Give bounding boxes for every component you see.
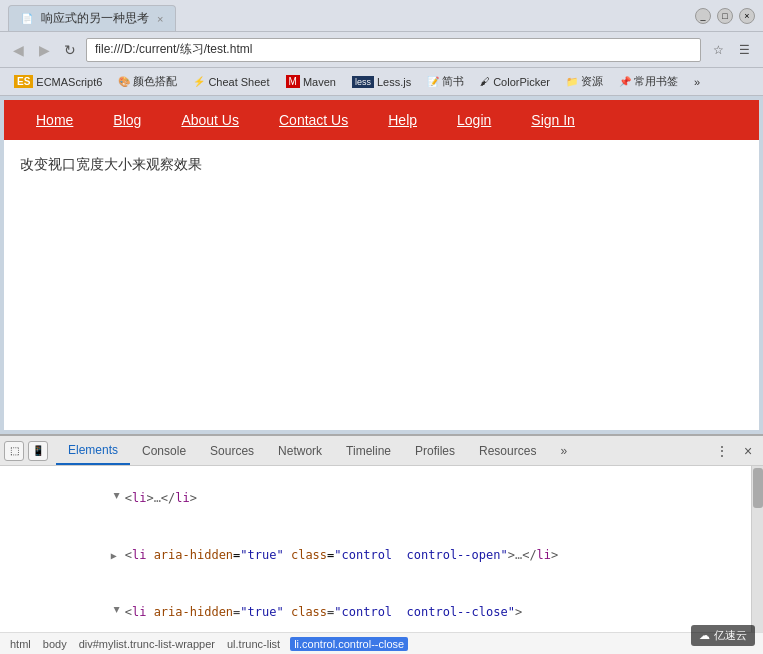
nav-icons: ☆ ☰ <box>707 39 755 61</box>
tab-favicon: 📄 <box>21 13 33 24</box>
tab-area: 📄 响应式的另一种思考 × <box>8 0 691 31</box>
bookmark-label: Less.js <box>377 76 411 88</box>
bookmark-star-button[interactable]: ☆ <box>707 39 729 61</box>
nav-about[interactable]: About Us <box>161 112 259 128</box>
forward-button[interactable]: ▶ <box>34 40 54 60</box>
code-line-1[interactable]: ▶<li>…</li> <box>0 470 751 527</box>
bookmark-icon-common: 📌 <box>619 76 631 87</box>
page-body-text: 改变视口宽度大小来观察效果 <box>20 156 202 172</box>
minimize-button[interactable]: _ <box>695 8 711 24</box>
nav-bar: ◀ ▶ ↻ file:///D:/current/练习/test.html ☆ … <box>0 32 763 68</box>
bookmark-label: 颜色搭配 <box>133 74 177 89</box>
tab-timeline[interactable]: Timeline <box>334 436 403 465</box>
bookmark-icon-less: less <box>352 76 374 88</box>
devtools-icon-mobile[interactable]: 📱 <box>28 441 48 461</box>
breadcrumb-ul[interactable]: ul.trunc-list <box>225 638 282 650</box>
devtools-icon-inspect[interactable]: ⬚ <box>4 441 24 461</box>
expand-arrow-2[interactable]: ▶ <box>111 547 123 565</box>
watermark: ☁ 亿速云 <box>691 625 755 646</box>
bookmark-label: ColorPicker <box>493 76 550 88</box>
devtools-actions: ⋮ × <box>711 440 759 462</box>
tab-title: 响应式的另一种思考 <box>41 10 149 27</box>
bookmark-ecmascript[interactable]: ES ECMAScript6 <box>8 73 108 90</box>
expand-arrow-3[interactable]: ▶ <box>108 607 126 619</box>
active-tab[interactable]: 📄 响应式的另一种思考 × <box>8 5 176 31</box>
bookmark-label: 资源 <box>581 74 603 89</box>
breadcrumb-html[interactable]: html <box>8 638 33 650</box>
bookmark-maven[interactable]: M Maven <box>280 73 342 90</box>
nav-login[interactable]: Login <box>437 112 511 128</box>
watermark-icon: ☁ <box>699 629 710 642</box>
title-bar: 📄 响应式的另一种思考 × _ □ × <box>0 0 763 32</box>
maximize-button[interactable]: □ <box>717 8 733 24</box>
tab-sources[interactable]: Sources <box>198 436 266 465</box>
main-content: Home Blog About Us Contact Us Help Login… <box>0 96 763 654</box>
bookmark-icon-jianshu: 📝 <box>427 76 439 87</box>
code-line-3[interactable]: ▶<li aria-hidden="true" class="control c… <box>0 584 751 632</box>
bookmark-label: Maven <box>303 76 336 88</box>
devtools-content: ▶<li>…</li> ▶<li aria-hidden="true" clas… <box>0 466 763 632</box>
bookmark-lessjs[interactable]: less Less.js <box>346 74 417 90</box>
tab-console[interactable]: Console <box>130 436 198 465</box>
breadcrumb-li[interactable]: li.control.control--close <box>290 637 408 651</box>
breadcrumb-div[interactable]: div#mylist.trunc-list-wrapper <box>77 638 217 650</box>
breadcrumb-body[interactable]: body <box>41 638 69 650</box>
bookmark-more-label: » <box>694 76 700 88</box>
tab-more[interactable]: » <box>548 436 579 465</box>
address-url: file:///D:/current/练习/test.html <box>95 41 252 58</box>
bookmark-label: 简书 <box>442 74 464 89</box>
address-bar[interactable]: file:///D:/current/练习/test.html <box>86 38 701 62</box>
nav-signin[interactable]: Sign In <box>511 112 595 128</box>
bookmark-icon-res: 📁 <box>566 76 578 87</box>
nav-blog[interactable]: Blog <box>93 112 161 128</box>
bookmark-cheatsheet[interactable]: ⚡ Cheat Sheet <box>187 74 275 90</box>
devtools-tab-icons: ⬚ 📱 <box>4 441 48 461</box>
devtools-close-btn[interactable]: × <box>737 440 759 462</box>
bookmark-more[interactable]: » <box>688 74 706 90</box>
tab-elements[interactable]: Elements <box>56 436 130 465</box>
title-bar-buttons: _ □ × <box>695 8 755 24</box>
bookmark-icon-cs: ⚡ <box>193 76 205 87</box>
nav-contact[interactable]: Contact Us <box>259 112 368 128</box>
bookmark-jianshu[interactable]: 📝 简书 <box>421 72 470 91</box>
close-button[interactable]: × <box>739 8 755 24</box>
menu-button[interactable]: ☰ <box>733 39 755 61</box>
page-body: 改变视口宽度大小来观察效果 <box>4 140 759 430</box>
devtools-statusbar: html body div#mylist.trunc-list-wrapper … <box>0 632 763 654</box>
browser-window: 📄 响应式的另一种思考 × _ □ × ◀ ▶ ↻ file:///D:/cur… <box>0 0 763 654</box>
page-nav: Home Blog About Us Contact Us Help Login… <box>4 100 759 140</box>
bookmarks-bar: ES ECMAScript6 🎨 颜色搭配 ⚡ Cheat Sheet M Ma… <box>0 68 763 96</box>
tab-resources[interactable]: Resources <box>467 436 548 465</box>
nav-help[interactable]: Help <box>368 112 437 128</box>
devtools-scrollbar[interactable] <box>751 466 763 632</box>
bookmark-label: ECMAScript6 <box>36 76 102 88</box>
bookmark-icon-colors: 🎨 <box>118 76 130 87</box>
bookmark-label: 常用书签 <box>634 74 678 89</box>
devtools-elements-panel: ▶<li>…</li> ▶<li aria-hidden="true" clas… <box>0 466 751 632</box>
tab-close-button[interactable]: × <box>157 13 163 25</box>
bookmark-colors[interactable]: 🎨 颜色搭配 <box>112 72 183 91</box>
nav-home[interactable]: Home <box>16 112 93 128</box>
devtools-settings-btn[interactable]: ⋮ <box>711 440 733 462</box>
devtools-tabs: ⬚ 📱 Elements Console Sources Network Tim… <box>0 436 763 466</box>
watermark-text: 亿速云 <box>714 628 747 643</box>
bookmark-colorpicker[interactable]: 🖌 ColorPicker <box>474 74 556 90</box>
tab-profiles[interactable]: Profiles <box>403 436 467 465</box>
expand-arrow-1[interactable]: ▶ <box>108 493 126 505</box>
bookmark-icon-cp: 🖌 <box>480 76 490 87</box>
page-area: Home Blog About Us Contact Us Help Login… <box>4 100 759 430</box>
devtools-scrollbar-thumb[interactable] <box>753 468 763 508</box>
bookmark-icon-es: ES <box>14 75 33 88</box>
devtools-panel: ⬚ 📱 Elements Console Sources Network Tim… <box>0 434 763 654</box>
bookmark-label: Cheat Sheet <box>208 76 269 88</box>
back-button[interactable]: ◀ <box>8 40 28 60</box>
bookmark-icon-maven: M <box>286 75 300 88</box>
tab-network[interactable]: Network <box>266 436 334 465</box>
bookmark-common[interactable]: 📌 常用书签 <box>613 72 684 91</box>
refresh-button[interactable]: ↻ <box>60 40 80 60</box>
code-line-2[interactable]: ▶<li aria-hidden="true" class="control c… <box>0 527 751 584</box>
bookmark-resources[interactable]: 📁 资源 <box>560 72 609 91</box>
